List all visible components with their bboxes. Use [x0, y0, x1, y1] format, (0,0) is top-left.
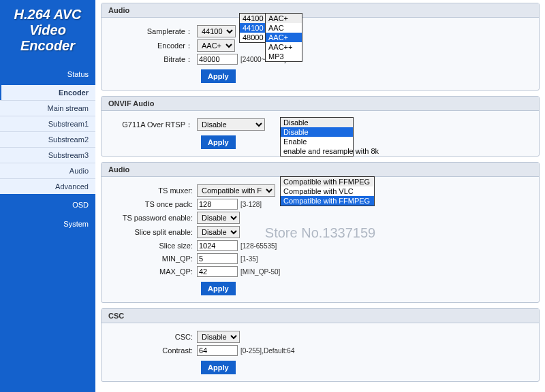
csc-apply-button[interactable]: Apply	[201, 361, 236, 374]
nav-main-stream[interactable]: Main stream	[0, 100, 95, 116]
mux-opt-0[interactable]: Compatible with FFMPEG	[281, 177, 374, 186]
onvif-apply-button[interactable]: Apply	[201, 135, 236, 149]
slice-size-hint: [128-65535]	[240, 242, 277, 250]
max-qp-input[interactable]	[197, 266, 238, 277]
slice-en-label: Slice split enable:	[108, 228, 197, 236]
encoder-dropdown[interactable]: AAC+ AAC AAC+ AAC++ MP3	[265, 13, 302, 62]
panel-onvif: ONVIF Audio G711A Over RTSP： Disable Dis…	[101, 96, 540, 157]
mux-opt-2[interactable]: Compatible with FFMPEG	[281, 196, 374, 206]
panel-ts: Audio Store No.1337159 TS muxer: Compati…	[101, 162, 540, 303]
audio-apply-button[interactable]: Apply	[201, 69, 236, 83]
pass-select[interactable]: Disable	[197, 212, 240, 224]
nav-audio[interactable]: Audio	[0, 163, 95, 178]
samplerate-label: Samplerate：	[108, 27, 197, 37]
nav-advanced[interactable]: Advanced	[0, 178, 95, 194]
max-qp-hint: [MIN_QP-50]	[240, 268, 280, 276]
muxer-label: TS muxer:	[108, 186, 197, 195]
contrast-hint: [0-255],Default:64	[240, 347, 295, 355]
nav-substream2[interactable]: Substream2	[0, 131, 95, 147]
min-qp-input[interactable]	[197, 253, 238, 264]
onvif-opt-2[interactable]: Enable	[281, 137, 353, 146]
onvif-opt-3[interactable]: enable and resample with 8k	[281, 146, 353, 156]
csc-label: CSC:	[108, 333, 197, 341]
slice-size-input[interactable]	[197, 240, 238, 251]
panel-csc: CSC CSC: Disable Contrast: [0-255],Defau…	[101, 308, 540, 382]
nav-substream3[interactable]: Substream3	[0, 147, 95, 163]
samplerate-opt-1[interactable]: 44100	[240, 23, 268, 33]
panel-onvif-title: ONVIF Audio	[102, 97, 539, 111]
enc-opt-0[interactable]: AAC+	[266, 14, 302, 23]
logo: H.264 AVC Video Encoder	[0, 0, 95, 63]
min-qp-hint: [1-35]	[240, 255, 258, 263]
enc-opt-1[interactable]: AAC	[266, 23, 302, 33]
panel-csc-title: CSC	[102, 309, 539, 323]
nav-substream1[interactable]: Substream1	[0, 116, 95, 131]
bitrate-label: Bitrate：	[108, 54, 197, 65]
max-qp-label: MAX_QP:	[108, 267, 197, 276]
g711-select[interactable]: Disable	[197, 118, 265, 131]
mux-opt-1[interactable]: Compatible with VLC	[281, 186, 374, 196]
panel-audio-title: Audio	[102, 3, 539, 18]
pass-label: TS password enable:	[108, 214, 197, 222]
onvif-dropdown[interactable]: Disable Disable Enable enable and resamp…	[280, 117, 354, 157]
muxer-dropdown[interactable]: Compatible with FFMPEG Compatible with V…	[280, 176, 375, 206]
enc-opt-2[interactable]: AAC+	[266, 33, 302, 42]
nav-system[interactable]: System	[0, 216, 95, 232]
once-hint: [3-128]	[240, 201, 262, 208]
muxer-select[interactable]: Compatible with FFMPEG	[197, 184, 275, 197]
onvif-opt-0[interactable]: Disable	[281, 118, 353, 127]
ts-apply-button[interactable]: Apply	[201, 282, 236, 295]
samplerate-opt-0[interactable]: 44100	[240, 14, 268, 23]
panel-ts-title: Audio	[102, 163, 539, 177]
panel-audio: Audio Samplerate： 44100 44100 44100 4800…	[101, 3, 540, 91]
samplerate-opt-2[interactable]: 48000	[240, 33, 268, 42]
contrast-input[interactable]	[197, 345, 238, 356]
slice-en-select[interactable]: Disable	[197, 226, 240, 238]
once-label: TS once pack:	[108, 200, 197, 208]
nav-osd[interactable]: OSD	[0, 197, 95, 213]
samplerate-select[interactable]: 44100	[197, 25, 236, 37]
enc-opt-4[interactable]: MP3	[266, 52, 302, 61]
sidebar: H.264 AVC Video Encoder Status Encoder M…	[0, 0, 95, 392]
encoder-select[interactable]: AAC+	[197, 39, 235, 52]
nav-status[interactable]: Status	[0, 66, 95, 82]
main-content: Audio Samplerate： 44100 44100 44100 4800…	[95, 0, 545, 392]
nav-encoder[interactable]: Encoder	[0, 85, 95, 100]
slice-size-label: Slice size:	[108, 242, 197, 250]
bitrate-input[interactable]	[197, 54, 238, 65]
encoder-label: Encoder：	[108, 41, 197, 51]
min-qp-label: MIN_QP:	[108, 255, 197, 263]
enc-opt-3[interactable]: AAC++	[266, 42, 302, 52]
samplerate-dropdown[interactable]: 44100 44100 48000	[239, 13, 268, 43]
contrast-label: Contrast:	[108, 346, 197, 355]
csc-select[interactable]: Disable	[197, 331, 240, 343]
onvif-opt-1[interactable]: Disable	[281, 127, 353, 137]
once-input[interactable]	[197, 199, 238, 210]
g711-label: G711A Over RTSP：	[108, 120, 197, 130]
